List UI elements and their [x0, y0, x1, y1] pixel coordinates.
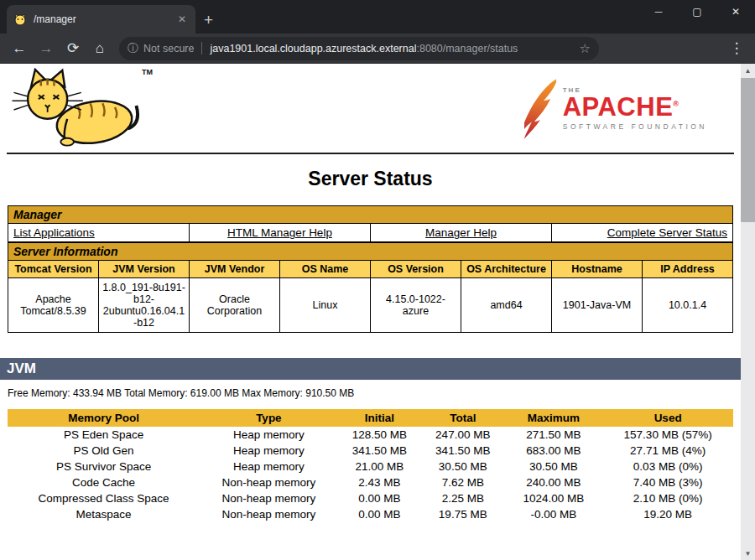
column-header: Maximum [505, 409, 603, 427]
browser-tab[interactable]: /manager ✕ [7, 5, 195, 34]
browser-toolbar: ← → ⟳ ⌂ ⓘ Not secure java1901.local.clou… [0, 34, 755, 64]
jvm-version-value: 1.8.0_191-8u191-b12-2ubuntu0.16.04.1-b12 [99, 278, 190, 333]
server-info-title-row: Server Information [8, 243, 733, 261]
close-button[interactable]: ✕ [716, 0, 755, 23]
column-header: Total [421, 409, 504, 427]
titlebar: /manager ✕ + ─ ▢ ✕ [0, 0, 755, 34]
omnibox-divider [201, 42, 202, 54]
column-header: OS Name [280, 261, 371, 278]
server-info-section-title: Server Information [8, 243, 733, 261]
tomcat-version-value: Apache Tomcat/8.5.39 [8, 278, 99, 333]
column-header: Memory Pool [8, 409, 200, 427]
url-host: java1901.local.cloudapp.azurestack.exter… [210, 43, 416, 54]
html-manager-help-link[interactable]: HTML Manager Help [227, 226, 332, 239]
window-controls: ─ ▢ ✕ [639, 0, 755, 23]
page-title: Server Status [0, 168, 741, 190]
apache-subtitle-label: SOFTWARE FOUNDATION [563, 123, 707, 131]
column-header: Tomcat Version [8, 261, 99, 278]
list-applications-link[interactable]: List Applications [13, 226, 95, 239]
memory-header-row: Memory Pool Type Initial Total Maximum U… [8, 409, 733, 427]
manager-links-row: List Applications HTML Manager Help Mana… [8, 224, 733, 242]
os-architecture-value: amd64 [461, 278, 552, 333]
security-label: Not secure [143, 43, 194, 54]
url-path: :8080/manager/status [416, 43, 518, 54]
trademark-label: TM [142, 68, 153, 76]
back-icon[interactable]: ← [8, 38, 30, 60]
column-header: Used [602, 409, 733, 427]
memory-row: PS Old GenHeap memory341.50 MB341.50 MB6… [8, 443, 733, 459]
scrollbar-thumb[interactable] [741, 78, 755, 222]
os-name-value: Linux [280, 278, 371, 333]
memory-row: MetaspaceNon-heap memory0.00 MB19.75 MB-… [8, 506, 733, 522]
server-info-header-row: Tomcat Version JVM Version JVM Vendor OS… [8, 261, 733, 278]
complete-server-status-link[interactable]: Complete Server Status [607, 226, 727, 239]
forward-icon[interactable]: → [35, 38, 57, 60]
page-content: TM THE [0, 64, 755, 560]
apache-feather-icon [524, 73, 556, 145]
memory-row: PS Survivor SpaceHeap memory21.00 MB30.5… [8, 459, 733, 474]
minimize-button[interactable]: ─ [639, 0, 678, 23]
tomcat-cat-icon [7, 68, 141, 150]
manager-help-link[interactable]: Manager Help [425, 226, 497, 239]
tab-title: /manager [34, 13, 169, 25]
ip-address-value: 10.0.1.4 [643, 278, 733, 333]
manager-section-title: Manager [8, 206, 733, 224]
memory-row: PS Eden SpaceHeap memory128.50 MB247.00 … [8, 427, 733, 443]
refresh-icon[interactable]: ⟳ [62, 38, 84, 60]
logo-row: TM THE [0, 64, 741, 151]
tab-close-icon[interactable]: ✕ [175, 13, 189, 25]
jvm-vendor-value: Oracle Corporation [190, 278, 280, 333]
column-header: Initial [338, 409, 421, 427]
jvm-section-header: JVM [0, 358, 741, 380]
scroll-up-icon[interactable]: ▲ [741, 64, 755, 77]
registered-mark: ® [673, 100, 679, 108]
browser-window: /manager ✕ + ─ ▢ ✕ ← → ⟳ ⌂ ⓘ Not secure … [0, 0, 755, 560]
column-header: OS Version [371, 261, 461, 278]
memory-pool-table: Memory Pool Type Initial Total Maximum U… [8, 409, 733, 522]
maximize-button[interactable]: ▢ [678, 0, 716, 23]
column-header: JVM Version [99, 261, 190, 278]
memory-summary: Free Memory: 433.94 MB Total Memory: 619… [8, 387, 733, 399]
manager-table: Manager List Applications HTML Manager H… [8, 205, 733, 242]
column-header: JVM Vendor [190, 261, 280, 278]
memory-row: Compressed Class SpaceNon-heap memory0.0… [8, 490, 733, 506]
new-tab-button[interactable]: + [204, 12, 213, 28]
column-header: Type [200, 409, 337, 427]
divider [7, 153, 734, 154]
vertical-scrollbar[interactable]: ▲ ▼ [741, 64, 755, 560]
memory-row: Code CacheNon-heap memory2.43 MB7.62 MB2… [8, 474, 733, 490]
browser-menu-icon[interactable]: ⋮ [726, 39, 747, 57]
hostname-value: 1901-Java-VM [552, 278, 643, 333]
column-header: Hostname [552, 261, 643, 278]
scroll-down-icon[interactable]: ▼ [741, 547, 755, 560]
tomcat-logo: TM [7, 68, 149, 150]
tomcat-favicon-icon [13, 13, 27, 26]
apache-name-label: APACHE® [563, 94, 707, 122]
column-header: OS Architecture [461, 261, 552, 278]
bookmark-star-icon[interactable]: ☆ [580, 41, 591, 56]
column-header: IP Address [643, 261, 733, 278]
server-info-value-row: Apache Tomcat/8.5.39 1.8.0_191-8u191-b12… [8, 278, 733, 333]
address-bar[interactable]: ⓘ Not secure java1901.local.cloudapp.azu… [119, 37, 599, 60]
home-icon[interactable]: ⌂ [89, 38, 111, 60]
apache-logo: THE APACHE® SOFTWARE FOUNDATION [524, 73, 707, 145]
info-icon[interactable]: ⓘ [128, 41, 138, 56]
os-version-value: 4.15.0-1022-azure [371, 278, 461, 333]
server-information-table: Server Information Tomcat Version JVM Ve… [8, 242, 733, 333]
manager-title-row: Manager [8, 206, 733, 224]
